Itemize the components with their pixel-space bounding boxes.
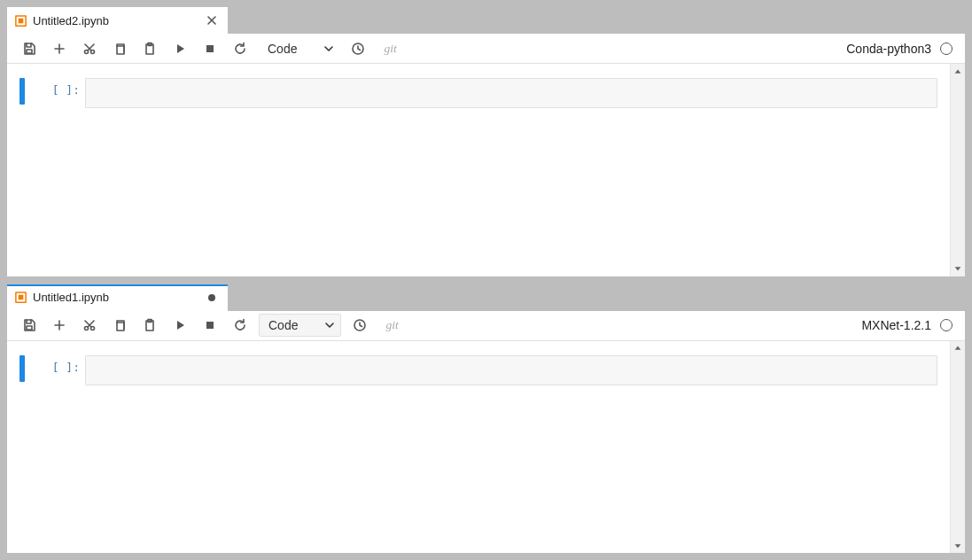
command-history-button[interactable] xyxy=(343,35,373,62)
svg-marker-35 xyxy=(955,544,961,548)
interrupt-button[interactable] xyxy=(195,35,225,62)
git-button[interactable]: git xyxy=(384,42,396,56)
chevron-down-icon xyxy=(323,43,334,54)
save-icon xyxy=(22,42,36,56)
save-icon xyxy=(22,318,36,332)
insert-cell-button[interactable] xyxy=(44,35,74,62)
paste-button[interactable] xyxy=(135,312,165,338)
kernel-name[interactable]: Conda-python3 xyxy=(846,42,931,56)
clipboard-icon xyxy=(143,318,157,332)
restart-icon xyxy=(233,42,247,56)
cell-type-dropdown[interactable]: Code xyxy=(259,314,341,337)
kernel-idle-icon xyxy=(940,43,953,55)
cut-button[interactable] xyxy=(74,312,105,338)
vertical-scrollbar[interactable] xyxy=(950,64,965,276)
code-cell[interactable]: [ ]: xyxy=(19,78,937,108)
svg-rect-15 xyxy=(206,45,214,52)
save-button[interactable] xyxy=(14,312,44,338)
svg-rect-11 xyxy=(117,46,124,54)
cells-area[interactable]: [ ]: xyxy=(7,64,950,276)
copy-button[interactable] xyxy=(105,312,135,338)
tab-title: Untitled1.ipynb xyxy=(33,291,199,304)
tab-bar: Untitled2.ipynb xyxy=(7,7,965,34)
svg-rect-20 xyxy=(19,295,24,300)
close-icon xyxy=(205,13,219,27)
cell-type-dropdown[interactable]: Code xyxy=(259,37,339,60)
notebook-pane-0: Untitled2.ipynb xyxy=(6,6,966,277)
tab-bar: Untitled1.ipynb xyxy=(7,284,965,311)
cells-area[interactable]: [ ]: xyxy=(7,341,950,554)
kernel-status-indicator[interactable] xyxy=(935,43,958,55)
restart-icon xyxy=(233,318,247,332)
svg-marker-14 xyxy=(177,44,184,53)
clipboard-icon xyxy=(143,42,157,56)
scissors-icon xyxy=(82,42,97,56)
git-button[interactable]: git xyxy=(385,318,398,332)
scroll-up-button[interactable] xyxy=(951,64,966,79)
cell-prompt: [ ]: xyxy=(48,355,85,385)
copy-icon xyxy=(113,42,127,56)
notebook-tab[interactable]: Untitled2.ipynb xyxy=(7,7,229,34)
svg-rect-32 xyxy=(206,322,214,329)
cell-input-area[interactable] xyxy=(85,355,937,385)
caret-up-icon xyxy=(953,344,962,353)
chevron-down-icon xyxy=(324,320,335,331)
scroll-down-button[interactable] xyxy=(951,538,966,553)
cell-prompt: [ ]: xyxy=(48,78,85,108)
notebook-toolbar: Code git MXNet-1.2.1 xyxy=(7,311,965,341)
plus-icon xyxy=(52,42,66,56)
copy-icon xyxy=(113,318,127,332)
cut-button[interactable] xyxy=(74,35,105,62)
code-cell[interactable]: [ ]: xyxy=(19,355,937,385)
unsaved-indicator[interactable] xyxy=(205,291,219,305)
notebook-body: [ ]: xyxy=(7,341,965,554)
svg-marker-17 xyxy=(955,69,961,73)
stop-icon xyxy=(203,318,217,332)
paste-button[interactable] xyxy=(135,35,165,62)
run-button[interactable] xyxy=(165,35,195,62)
interrupt-button[interactable] xyxy=(195,312,225,338)
insert-cell-button[interactable] xyxy=(44,312,74,338)
svg-rect-28 xyxy=(117,323,124,331)
cell-type-label: Code xyxy=(268,318,298,332)
dirty-dot-icon xyxy=(208,294,215,301)
vertical-scrollbar[interactable] xyxy=(950,341,965,554)
kernel-name[interactable]: MXNet-1.2.1 xyxy=(861,318,931,332)
command-history-button[interactable] xyxy=(345,312,375,338)
restart-button[interactable] xyxy=(225,35,255,62)
cell-type-label: Code xyxy=(268,42,297,56)
scissors-icon xyxy=(82,318,97,332)
cell-input-area[interactable] xyxy=(85,78,937,108)
save-button[interactable] xyxy=(14,35,44,62)
notebook-toolbar: Code git Conda-python3 xyxy=(7,34,965,64)
clock-icon xyxy=(353,318,367,332)
play-icon xyxy=(173,318,187,332)
clock-icon xyxy=(351,42,365,56)
notebook-body: [ ]: xyxy=(7,64,965,276)
stop-icon xyxy=(203,42,217,56)
svg-marker-18 xyxy=(955,267,961,270)
cell-active-marker xyxy=(19,355,25,382)
svg-marker-34 xyxy=(955,346,961,350)
svg-marker-31 xyxy=(177,321,184,330)
notebook-file-icon xyxy=(14,291,27,304)
caret-up-icon xyxy=(953,67,962,76)
restart-button[interactable] xyxy=(225,312,255,338)
notebook-tab[interactable]: Untitled1.ipynb xyxy=(7,284,229,311)
caret-down-icon xyxy=(953,264,962,273)
kernel-status-indicator[interactable] xyxy=(935,319,958,331)
notebook-file-icon xyxy=(14,14,27,27)
cell-active-marker xyxy=(19,78,25,105)
run-button[interactable] xyxy=(165,312,195,338)
close-tab-button[interactable] xyxy=(205,13,219,27)
scroll-down-button[interactable] xyxy=(951,261,966,276)
tab-title: Untitled2.ipynb xyxy=(33,14,199,27)
scroll-up-button[interactable] xyxy=(951,341,966,356)
kernel-idle-icon xyxy=(940,319,953,331)
svg-rect-21 xyxy=(27,326,32,330)
plus-icon xyxy=(52,318,66,332)
notebook-pane-1: Untitled1.ipynb xyxy=(6,284,966,555)
svg-rect-1 xyxy=(19,18,24,23)
caret-down-icon xyxy=(953,541,962,550)
copy-button[interactable] xyxy=(105,35,135,62)
